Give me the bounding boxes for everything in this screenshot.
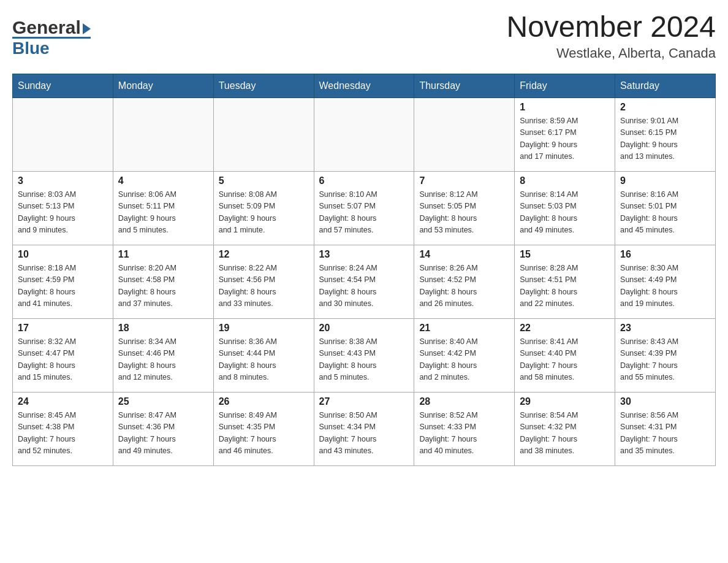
calendar-header-row: SundayMondayTuesdayWednesdayThursdayFrid…	[13, 74, 716, 98]
day-info: Sunrise: 8:16 AMSunset: 5:01 PMDaylight:…	[620, 189, 710, 237]
day-info: Sunrise: 9:01 AMSunset: 6:15 PMDaylight:…	[620, 115, 710, 163]
day-info: Sunrise: 8:32 AMSunset: 4:47 PMDaylight:…	[18, 336, 108, 384]
calendar-cell: 29Sunrise: 8:54 AMSunset: 4:32 PMDayligh…	[515, 393, 615, 466]
calendar-week-4: 17Sunrise: 8:32 AMSunset: 4:47 PMDayligh…	[13, 319, 716, 393]
calendar-week-3: 10Sunrise: 8:18 AMSunset: 4:59 PMDayligh…	[13, 245, 716, 319]
day-number: 20	[319, 323, 409, 334]
header-wednesday: Wednesday	[314, 74, 414, 98]
calendar-cell	[414, 98, 515, 172]
day-info: Sunrise: 8:45 AMSunset: 4:38 PMDaylight:…	[18, 410, 108, 458]
calendar-cell: 12Sunrise: 8:22 AMSunset: 4:56 PMDayligh…	[213, 245, 314, 319]
calendar-cell: 14Sunrise: 8:26 AMSunset: 4:52 PMDayligh…	[414, 245, 515, 319]
day-info: Sunrise: 8:20 AMSunset: 4:58 PMDaylight:…	[118, 262, 208, 310]
day-number: 18	[118, 323, 208, 334]
page-header: General Blue November 2024 Westlake, Alb…	[12, 12, 716, 61]
calendar-cell: 28Sunrise: 8:52 AMSunset: 4:33 PMDayligh…	[414, 393, 515, 466]
day-number: 12	[219, 249, 309, 260]
day-info: Sunrise: 8:08 AMSunset: 5:09 PMDaylight:…	[219, 189, 309, 237]
day-number: 3	[18, 175, 108, 186]
calendar-cell: 8Sunrise: 8:14 AMSunset: 5:03 PMDaylight…	[515, 172, 615, 245]
day-number: 21	[419, 323, 509, 334]
header-thursday: Thursday	[414, 74, 515, 98]
day-number: 16	[620, 249, 710, 260]
day-number: 23	[620, 323, 710, 334]
day-info: Sunrise: 8:36 AMSunset: 4:44 PMDaylight:…	[219, 336, 309, 384]
calendar-table: SundayMondayTuesdayWednesdayThursdayFrid…	[12, 74, 716, 466]
day-info: Sunrise: 8:49 AMSunset: 4:35 PMDaylight:…	[219, 410, 309, 458]
calendar-cell: 25Sunrise: 8:47 AMSunset: 4:36 PMDayligh…	[113, 393, 213, 466]
logo-general: General	[12, 18, 91, 37]
day-info: Sunrise: 8:18 AMSunset: 4:59 PMDaylight:…	[18, 262, 108, 310]
logo-blue: Blue	[12, 37, 91, 58]
day-number: 6	[319, 175, 409, 186]
header-tuesday: Tuesday	[213, 74, 314, 98]
day-info: Sunrise: 8:52 AMSunset: 4:33 PMDaylight:…	[419, 410, 509, 458]
calendar-cell: 19Sunrise: 8:36 AMSunset: 4:44 PMDayligh…	[213, 319, 314, 393]
calendar-cell	[213, 98, 314, 172]
day-info: Sunrise: 8:26 AMSunset: 4:52 PMDaylight:…	[419, 262, 509, 310]
day-info: Sunrise: 8:10 AMSunset: 5:07 PMDaylight:…	[319, 189, 409, 237]
calendar-cell: 10Sunrise: 8:18 AMSunset: 4:59 PMDayligh…	[13, 245, 113, 319]
day-number: 11	[118, 249, 208, 260]
title-section: November 2024 Westlake, Alberta, Canada	[506, 12, 716, 61]
day-info: Sunrise: 8:54 AMSunset: 4:32 PMDaylight:…	[520, 410, 610, 458]
day-info: Sunrise: 8:41 AMSunset: 4:40 PMDaylight:…	[520, 336, 610, 384]
calendar-week-5: 24Sunrise: 8:45 AMSunset: 4:38 PMDayligh…	[13, 393, 716, 466]
day-number: 1	[520, 102, 610, 113]
calendar-cell: 16Sunrise: 8:30 AMSunset: 4:49 PMDayligh…	[615, 245, 716, 319]
calendar-cell: 24Sunrise: 8:45 AMSunset: 4:38 PMDayligh…	[13, 393, 113, 466]
calendar-cell: 22Sunrise: 8:41 AMSunset: 4:40 PMDayligh…	[515, 319, 615, 393]
calendar-cell: 4Sunrise: 8:06 AMSunset: 5:11 PMDaylight…	[113, 172, 213, 245]
calendar-cell	[113, 98, 213, 172]
header-friday: Friday	[515, 74, 615, 98]
day-number: 15	[520, 249, 610, 260]
header-sunday: Sunday	[13, 74, 113, 98]
header-monday: Monday	[113, 74, 213, 98]
day-number: 4	[118, 175, 208, 186]
day-number: 5	[219, 175, 309, 186]
calendar-cell: 26Sunrise: 8:49 AMSunset: 4:35 PMDayligh…	[213, 393, 314, 466]
day-number: 17	[18, 323, 108, 334]
day-info: Sunrise: 8:12 AMSunset: 5:05 PMDaylight:…	[419, 189, 509, 237]
day-info: Sunrise: 8:24 AMSunset: 4:54 PMDaylight:…	[319, 262, 409, 310]
day-number: 9	[620, 175, 710, 186]
month-title: November 2024	[506, 12, 716, 42]
calendar-cell	[314, 98, 414, 172]
calendar-cell: 2Sunrise: 9:01 AMSunset: 6:15 PMDaylight…	[615, 98, 716, 172]
day-number: 2	[620, 102, 710, 113]
day-info: Sunrise: 8:22 AMSunset: 4:56 PMDaylight:…	[219, 262, 309, 310]
day-number: 10	[18, 249, 108, 260]
day-info: Sunrise: 8:59 AMSunset: 6:17 PMDaylight:…	[520, 115, 610, 163]
day-number: 14	[419, 249, 509, 260]
day-info: Sunrise: 8:30 AMSunset: 4:49 PMDaylight:…	[620, 262, 710, 310]
calendar-cell: 11Sunrise: 8:20 AMSunset: 4:58 PMDayligh…	[113, 245, 213, 319]
logo: General Blue	[12, 18, 91, 58]
calendar-cell: 3Sunrise: 8:03 AMSunset: 5:13 PMDaylight…	[13, 172, 113, 245]
header-saturday: Saturday	[615, 74, 716, 98]
calendar-cell: 17Sunrise: 8:32 AMSunset: 4:47 PMDayligh…	[13, 319, 113, 393]
calendar-week-1: 1Sunrise: 8:59 AMSunset: 6:17 PMDaylight…	[13, 98, 716, 172]
calendar-cell: 18Sunrise: 8:34 AMSunset: 4:46 PMDayligh…	[113, 319, 213, 393]
day-info: Sunrise: 8:28 AMSunset: 4:51 PMDaylight:…	[520, 262, 610, 310]
day-info: Sunrise: 8:40 AMSunset: 4:42 PMDaylight:…	[419, 336, 509, 384]
day-info: Sunrise: 8:34 AMSunset: 4:46 PMDaylight:…	[118, 336, 208, 384]
calendar-cell: 6Sunrise: 8:10 AMSunset: 5:07 PMDaylight…	[314, 172, 414, 245]
day-info: Sunrise: 8:47 AMSunset: 4:36 PMDaylight:…	[118, 410, 208, 458]
calendar-cell: 21Sunrise: 8:40 AMSunset: 4:42 PMDayligh…	[414, 319, 515, 393]
calendar-cell: 5Sunrise: 8:08 AMSunset: 5:09 PMDaylight…	[213, 172, 314, 245]
calendar-cell: 1Sunrise: 8:59 AMSunset: 6:17 PMDaylight…	[515, 98, 615, 172]
day-number: 19	[219, 323, 309, 334]
day-info: Sunrise: 8:03 AMSunset: 5:13 PMDaylight:…	[18, 189, 108, 237]
day-info: Sunrise: 8:14 AMSunset: 5:03 PMDaylight:…	[520, 189, 610, 237]
calendar-cell: 30Sunrise: 8:56 AMSunset: 4:31 PMDayligh…	[615, 393, 716, 466]
day-number: 28	[419, 396, 509, 407]
day-number: 13	[319, 249, 409, 260]
day-number: 8	[520, 175, 610, 186]
calendar-cell	[13, 98, 113, 172]
day-number: 30	[620, 396, 710, 407]
day-info: Sunrise: 8:56 AMSunset: 4:31 PMDaylight:…	[620, 410, 710, 458]
calendar-week-2: 3Sunrise: 8:03 AMSunset: 5:13 PMDaylight…	[13, 172, 716, 245]
day-info: Sunrise: 8:43 AMSunset: 4:39 PMDaylight:…	[620, 336, 710, 384]
calendar-cell: 27Sunrise: 8:50 AMSunset: 4:34 PMDayligh…	[314, 393, 414, 466]
day-number: 25	[118, 396, 208, 407]
